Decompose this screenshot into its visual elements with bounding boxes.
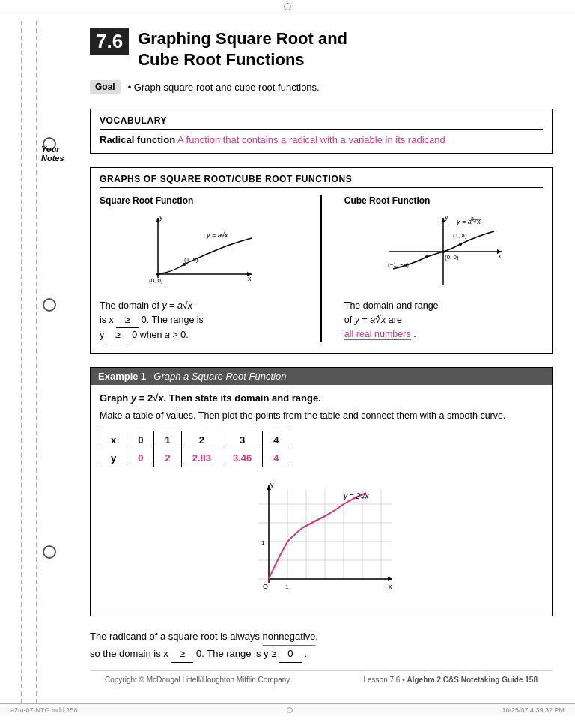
- square-root-description: The domain of y = a√x is x ≥ 0. The rang…: [100, 299, 298, 342]
- vocab-entry: Radical function A function that contain…: [100, 134, 543, 145]
- svg-point-27: [459, 243, 462, 246]
- square-root-label: Square Root Function: [100, 195, 298, 206]
- table-header-3: 3: [222, 431, 263, 449]
- svg-text:y = a: y = a: [206, 231, 222, 239]
- vocab-definition: A function that contains a radical with …: [177, 134, 445, 145]
- footer-right: Lesson 7.6 • Algebra 2 C&S Notetaking Gu…: [364, 676, 538, 684]
- goal-badge: Goal: [90, 80, 121, 94]
- range-blank: 0: [279, 646, 302, 663]
- bottom-bar-dot: [287, 707, 293, 713]
- all-real-numbers: all real numbers: [344, 329, 411, 340]
- cube-root-description: The domain and range of y = a∛x are all …: [344, 299, 543, 341]
- left-margin: Your Notes: [0, 21, 82, 703]
- svg-text:(0, 0): (0, 0): [149, 277, 163, 284]
- svg-point-11: [156, 273, 159, 276]
- domain-ineq-blank: ≥: [171, 646, 193, 663]
- copyright: Copyright © McDougal Littell/Houghton Mi…: [105, 676, 290, 684]
- circle-marker-3: [43, 545, 56, 559]
- table-val-4: 4: [263, 449, 290, 467]
- your-notes-label: Your Notes: [41, 145, 82, 163]
- example1-instruction: Make a table of values. Then plot the po…: [100, 410, 543, 423]
- svg-text:y = a: y = a: [456, 218, 472, 225]
- svg-point-28: [425, 255, 428, 258]
- example1-header: Example 1 Graph a Square Root Function: [91, 368, 552, 385]
- nonnegative-blank: nonnegative: [263, 628, 316, 646]
- table-header-4: 4: [263, 431, 290, 449]
- graphs-divider: [320, 195, 322, 342]
- sq-range-blank: ≥: [107, 328, 130, 343]
- page-wrapper: Your Notes 7.6 Graphing Square Root and …: [0, 0, 575, 728]
- table-header-0: 0: [127, 431, 154, 449]
- section-title: Graphing Square Root and Cube Root Funct…: [138, 28, 347, 70]
- graphs-content: Square Root Function y: [100, 195, 543, 342]
- table-val-0: 0: [127, 449, 154, 467]
- svg-text:x: x: [498, 252, 502, 260]
- svg-text:y: y: [445, 213, 448, 221]
- table-header-2: 2: [181, 431, 222, 449]
- svg-text:y: y: [159, 213, 163, 221]
- vocab-title: VOCABULARY: [100, 115, 543, 130]
- svg-point-26: [442, 250, 445, 253]
- table-val-3: 3.46: [222, 449, 263, 467]
- table-val-1: 2: [154, 449, 181, 467]
- svg-marker-43: [388, 577, 392, 581]
- table-row-label: y: [100, 449, 127, 467]
- table-header-1: 1: [154, 431, 181, 449]
- square-root-svg: y x (0, 0) (1, a) y = a: [143, 210, 255, 293]
- svg-text:(1, a): (1, a): [453, 232, 467, 239]
- svg-text:√x: √x: [361, 492, 369, 500]
- vocabulary-box: VOCABULARY Radical function A function t…: [90, 109, 553, 154]
- cube-root-svg: y x (0, 0) (−1, −a) (1, a): [382, 210, 505, 293]
- graphs-box: GRAPHS OF SQUARE ROOT/CUBE ROOT FUNCTION…: [90, 167, 553, 354]
- cube-root-graph: y x (0, 0) (−1, −a) (1, a): [344, 210, 543, 293]
- goal-text: • Graph square root and cube root functi…: [128, 82, 320, 93]
- dashed-line-right: [36, 21, 37, 703]
- top-center-dot: [284, 3, 291, 10]
- example1-graph-container: y x O 1 1: [100, 478, 543, 598]
- top-bar: [0, 0, 575, 13]
- bottom-bar: a2m-07-NTG.indd 158 10/25/07 4:39:32 PM: [0, 703, 575, 716]
- values-table: x 0 1 2 3 4 y 0: [100, 431, 290, 467]
- example1-box: Example 1 Graph a Square Root Function G…: [90, 367, 553, 616]
- svg-text:(1, a): (1, a): [184, 256, 198, 263]
- goal-line: Goal • Graph square root and cube root f…: [90, 80, 553, 94]
- svg-point-12: [183, 263, 186, 266]
- svg-text:1: 1: [285, 583, 289, 590]
- square-root-section: Square Root Function y: [100, 195, 298, 342]
- cube-root-section: Cube Root Function y: [344, 195, 543, 342]
- svg-text:O: O: [263, 583, 268, 590]
- dashed-line-left: [21, 21, 22, 703]
- example1-title: Graph a Square Root Function: [153, 371, 286, 382]
- footer: Copyright © McDougal Littell/Houghton Mi…: [90, 670, 553, 688]
- bottom-bar-left: a2m-07-NTG.indd 158: [10, 706, 78, 714]
- section-header: 7.6 Graphing Square Root and Cube Root F…: [90, 28, 553, 70]
- table-val-2: 2.83: [181, 449, 222, 467]
- square-root-graph: y x (0, 0) (1, a) y = a: [100, 210, 298, 293]
- graphs-title: GRAPHS OF SQUARE ROOT/CUBE ROOT FUNCTION…: [100, 174, 543, 188]
- svg-text:y: y: [270, 481, 274, 488]
- svg-text:√x: √x: [221, 231, 228, 239]
- bottom-text: The radicand of a square root is always …: [90, 628, 553, 663]
- section-number: 7.6: [90, 28, 129, 55]
- svg-text:(0, 0): (0, 0): [445, 254, 459, 261]
- table-header-x: x: [100, 431, 127, 449]
- circle-marker-2: [43, 298, 56, 312]
- main-content: 7.6 Graphing Square Root and Cube Root F…: [82, 21, 575, 703]
- svg-text:1: 1: [261, 539, 265, 546]
- svg-text:y = 2: y = 2: [343, 492, 360, 500]
- content-area: Your Notes 7.6 Graphing Square Root and …: [0, 13, 575, 703]
- svg-text:x: x: [248, 275, 252, 282]
- example1-number: Example 1: [98, 371, 146, 382]
- vocab-term: Radical function: [100, 134, 175, 145]
- example1-graph-svg: y x O 1 1: [246, 478, 396, 598]
- bottom-bar-right: 10/25/07 4:39:32 PM: [502, 706, 565, 714]
- svg-text:x: x: [389, 583, 392, 590]
- sq-domain-blank: ≥: [116, 313, 139, 328]
- example1-body: Graph y = 2√x. Then state its domain and…: [91, 385, 552, 616]
- cube-root-label: Cube Root Function: [344, 195, 543, 206]
- example1-problem: Graph y = 2√x. Then state its domain and…: [100, 392, 543, 404]
